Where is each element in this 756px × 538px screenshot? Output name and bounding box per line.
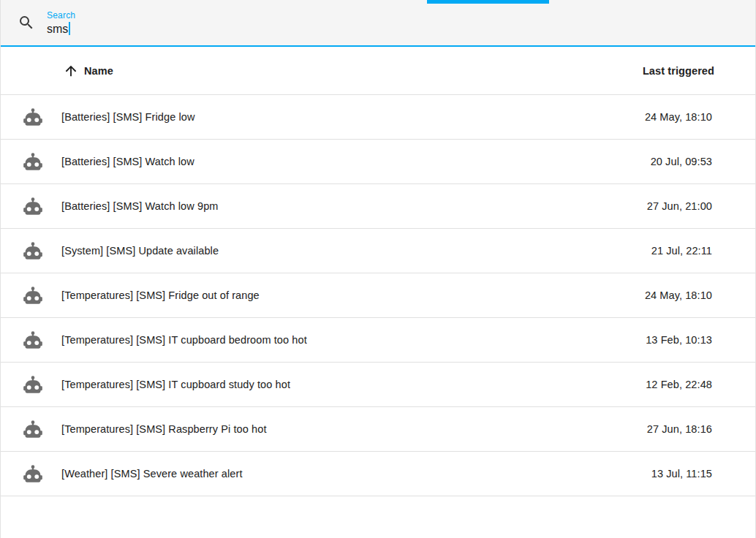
automation-last-triggered: 24 May, 18:10 — [645, 111, 712, 123]
robot-icon — [23, 330, 43, 350]
search-bar: Search sms — [1, 0, 755, 47]
automation-name: [Weather] [SMS] Severe weather alert — [61, 468, 243, 480]
table-row[interactable]: [Weather] [SMS] Severe weather alert 13 … — [1, 452, 755, 496]
automation-last-triggered: 27 Jun, 21:00 — [647, 200, 712, 212]
column-header-name[interactable]: Name — [84, 65, 113, 77]
automations-table-body: [Batteries] [SMS] Fridge low 24 May, 18:… — [1, 95, 755, 496]
text-caret — [69, 22, 70, 35]
robot-icon — [23, 151, 43, 172]
robot-icon — [23, 240, 43, 261]
search-input[interactable]: Search sms — [47, 10, 75, 36]
automation-last-triggered: 27 Jun, 18:16 — [647, 423, 712, 435]
table-row[interactable]: [Temperatures] [SMS] Raspberry Pi too ho… — [1, 407, 755, 452]
automation-last-triggered: 13 Feb, 10:13 — [646, 334, 712, 346]
automation-name: [Batteries] [SMS] Watch low 9pm — [61, 200, 219, 212]
robot-icon — [23, 419, 43, 439]
automation-name: [Temperatures] [SMS] Fridge out of range — [61, 289, 260, 301]
robot-icon — [23, 107, 43, 127]
scroll-indicator[interactable] — [427, 0, 549, 4]
search-input-value[interactable]: sms — [47, 22, 68, 36]
robot-icon — [23, 374, 43, 395]
table-row[interactable]: [Batteries] [SMS] Watch low 20 Jul, 09:5… — [1, 140, 755, 184]
robot-icon — [23, 196, 43, 216]
robot-icon — [23, 463, 43, 484]
automation-last-triggered: 12 Feb, 22:48 — [646, 379, 712, 390]
automation-name: [Temperatures] [SMS] Raspberry Pi too ho… — [61, 423, 267, 435]
table-row[interactable]: [Batteries] [SMS] Fridge low 24 May, 18:… — [1, 95, 755, 140]
table-row[interactable]: [Temperatures] [SMS] IT cupboard study t… — [1, 363, 755, 407]
automation-name: [System] [SMS] Update available — [61, 245, 219, 257]
column-header-last-triggered[interactable]: Last triggered — [643, 65, 714, 77]
automation-name: [Batteries] [SMS] Fridge low — [61, 111, 195, 123]
search-input-label: Search — [47, 10, 75, 20]
arrow-up-icon[interactable] — [63, 63, 79, 79]
automation-last-triggered: 24 May, 18:10 — [645, 289, 712, 301]
table-row[interactable]: [Batteries] [SMS] Watch low 9pm 27 Jun, … — [1, 184, 755, 229]
automation-last-triggered: 20 Jul, 09:53 — [651, 156, 712, 167]
table-row[interactable]: [Temperatures] [SMS] Fridge out of range… — [1, 273, 755, 318]
robot-icon — [23, 285, 43, 306]
table-row[interactable]: [Temperatures] [SMS] IT cupboard bedroom… — [1, 318, 755, 363]
automation-last-triggered: 21 Jul, 22:11 — [651, 245, 712, 257]
automation-name: [Batteries] [SMS] Watch low — [61, 156, 194, 167]
automation-last-triggered: 13 Jul, 11:15 — [651, 468, 712, 480]
search-icon — [18, 14, 35, 31]
automations-list-page: Search sms Name Last triggered [Batterie… — [0, 0, 756, 538]
table-row[interactable]: [System] [SMS] Update available 21 Jul, … — [1, 229, 755, 273]
table-header: Name Last triggered — [1, 47, 755, 95]
automation-name: [Temperatures] [SMS] IT cupboard bedroom… — [61, 334, 307, 346]
automation-name: [Temperatures] [SMS] IT cupboard study t… — [61, 379, 290, 390]
